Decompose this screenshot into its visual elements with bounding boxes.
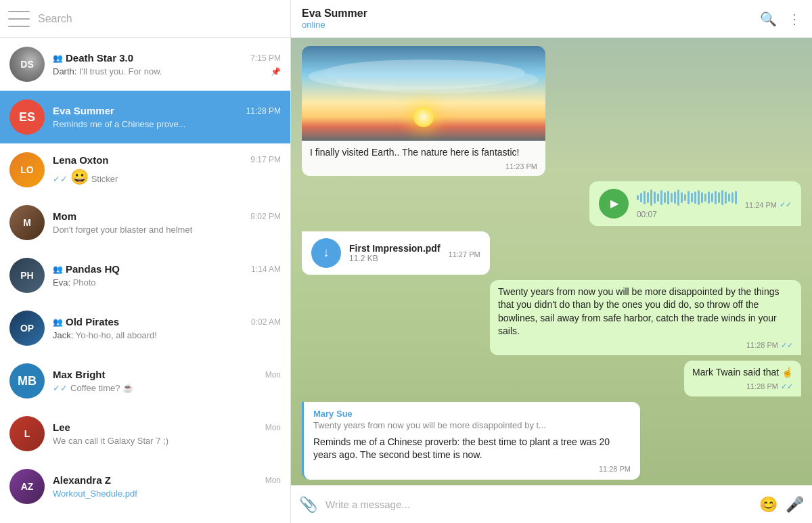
chat-preview-row: Jack: Yo-ho-ho, all aboard! xyxy=(53,330,281,340)
chat-name-wrapper: Alexandra Z xyxy=(53,474,260,486)
chat-preview-row: Don't forget your blaster and helmet xyxy=(53,225,281,235)
left-panel: DS 👥 Death Star 3.0 7:15 PM Darth: I'll … xyxy=(0,0,291,523)
chat-preview-row: ✓✓Coffee time? ☕ xyxy=(53,383,281,393)
wave-bar xyxy=(674,191,676,204)
chat-preview: We can call it Galaxy Star 7 ;) xyxy=(53,436,168,446)
chat-name-wrapper: Lee xyxy=(53,422,260,433)
message-text: Twenty years from now you will be more d… xyxy=(498,286,793,338)
chat-list-item[interactable]: MB Max Bright Mon ✓✓Coffee time? ☕ xyxy=(0,355,290,407)
file-size: 11.2 KB xyxy=(349,254,441,263)
more-options-icon[interactable]: ⋮ xyxy=(788,11,801,27)
chat-list-item[interactable]: LO Lena Oxton 9:17 PM ✓✓😀 Sticker xyxy=(0,143,290,196)
chat-name: Pandas HQ xyxy=(66,263,120,275)
wave-bar xyxy=(677,189,679,206)
wave-bar xyxy=(725,191,727,204)
emoji-icon[interactable]: 😊 xyxy=(759,496,777,514)
quote-text: Twenty years from now you will be more d… xyxy=(313,420,631,430)
chat-preview: Darth: I'll trust you. For now. xyxy=(53,66,162,76)
wave-bar xyxy=(684,194,686,201)
message-text: Reminds me of a Chinese proverb: the bes… xyxy=(313,436,631,462)
chat-header-name: Eva Summer xyxy=(302,7,760,20)
chat-list-item[interactable]: L Lee Mon We can call it Galaxy Star 7 ;… xyxy=(0,407,290,460)
chat-list-item[interactable]: M Mom 8:02 PM Don't forget your blaster … xyxy=(0,196,290,249)
chat-time: 1:14 AM xyxy=(251,265,281,274)
microphone-icon[interactable]: 🎤 xyxy=(786,496,804,514)
chat-list-item[interactable]: DS 👥 Death Star 3.0 7:15 PM Darth: I'll … xyxy=(0,38,290,91)
download-button[interactable]: ↓ xyxy=(311,238,341,268)
double-check-icon: ✓✓ xyxy=(53,174,68,184)
pin-icon: 📌 xyxy=(271,67,281,76)
play-button[interactable] xyxy=(599,189,629,219)
check-icon: ✓✓ xyxy=(781,382,793,391)
wave-bar xyxy=(660,190,662,205)
audio-duration: 00:07 xyxy=(637,210,737,219)
chat-list-item[interactable]: PH 👥 Pandas HQ 1:14 AM Eva: Photo xyxy=(0,249,290,302)
preview-sender: Eva: xyxy=(53,277,73,288)
wave-bar xyxy=(667,191,669,204)
wave-bar xyxy=(704,194,706,202)
wave-bar xyxy=(650,189,652,206)
wave-bar xyxy=(694,191,696,204)
image-thumbnail xyxy=(302,46,545,141)
wave-bar xyxy=(664,192,666,203)
quote-author: Mary Sue xyxy=(313,409,631,419)
image-message: I finally visited Earth.. The nature her… xyxy=(302,46,545,176)
header-actions: 🔍 ⋮ xyxy=(760,11,801,27)
chat-header: Eva Summer online 🔍 ⋮ xyxy=(291,0,812,38)
chat-info: 👥 Death Star 3.0 7:15 PM Darth: I'll tru… xyxy=(53,52,281,76)
wave-bar xyxy=(671,193,673,202)
wave-bar xyxy=(647,192,649,203)
chat-name-row: 👥 Death Star 3.0 7:15 PM xyxy=(53,52,281,64)
chat-name-row: Max Bright Mon xyxy=(53,369,281,380)
chat-list: DS 👥 Death Star 3.0 7:15 PM Darth: I'll … xyxy=(0,38,290,523)
preview-text: We can call it Galaxy Star 7 ;) xyxy=(53,436,168,446)
chat-time: 8:02 PM xyxy=(250,212,281,221)
chat-name: Max Bright xyxy=(53,369,106,380)
chat-name-row: Mom 8:02 PM xyxy=(53,210,281,222)
chat-name: Alexandra Z xyxy=(53,474,111,486)
chat-preview: Jack: Yo-ho-ho, all aboard! xyxy=(53,330,157,340)
search-input[interactable] xyxy=(38,13,282,25)
chat-list-item[interactable]: AZ Alexandra Z Mon Workout_Shedule.pdf xyxy=(0,460,290,513)
chat-preview: ✓✓😀 Sticker xyxy=(53,168,118,186)
chat-preview: Eva: Photo xyxy=(53,277,96,288)
message-row: Twenty years from now you will be more d… xyxy=(302,280,801,355)
msg-meta: 11:28 PM ✓✓ xyxy=(498,341,793,350)
chat-time: Mon xyxy=(265,476,281,485)
chat-time: 9:17 PM xyxy=(250,155,281,164)
msg-meta: 11:28 PM xyxy=(313,465,631,473)
attach-icon[interactable]: 📎 xyxy=(299,496,317,514)
avatar: ES xyxy=(9,99,45,135)
chat-time: Mon xyxy=(265,423,281,432)
wave-bar xyxy=(657,194,659,202)
wave-bars xyxy=(637,188,737,207)
message-row: I finally visited Earth.. The nature her… xyxy=(302,46,801,176)
message-input[interactable] xyxy=(325,499,751,510)
chat-name-wrapper: Eva Summer xyxy=(53,105,241,116)
chat-info: 👥 Old Pirates 0:02 AM Jack: Yo-ho-ho, al… xyxy=(53,316,281,340)
chat-name-row: 👥 Pandas HQ 1:14 AM xyxy=(53,263,281,275)
chat-list-item[interactable]: ES Eva Summer 11:28 PM Reminds me of a C… xyxy=(0,91,290,143)
wave-bar xyxy=(715,191,717,204)
preview-text: Coffee time? ☕ xyxy=(70,383,133,393)
chat-name-wrapper: Max Bright xyxy=(53,369,260,380)
msg-time: 11:27 PM xyxy=(449,250,480,258)
chat-list-item[interactable]: OP 👥 Old Pirates 0:02 AM Jack: Yo-ho-ho,… xyxy=(0,302,290,355)
chat-preview-row: Darth: I'll trust you. For now. 📌 xyxy=(53,66,281,76)
search-icon[interactable]: 🔍 xyxy=(760,11,777,27)
chat-name-wrapper: 👥 Old Pirates xyxy=(53,316,246,327)
audio-waveform: 00:07 xyxy=(637,188,737,219)
preview-sender: Darth: xyxy=(53,66,79,76)
message-text: Mark Twain said that ☝ xyxy=(692,366,793,380)
chat-header-info: Eva Summer online xyxy=(302,7,760,30)
avatar: M xyxy=(9,205,45,240)
check-icon: ✓✓ xyxy=(780,200,792,209)
msg-time: 11:28 PM xyxy=(746,382,778,390)
wave-bar xyxy=(718,192,720,203)
menu-icon[interactable] xyxy=(8,11,30,27)
chat-name-wrapper: Lena Oxton xyxy=(53,154,245,166)
chat-name-row: Lena Oxton 9:17 PM xyxy=(53,154,281,166)
wave-bar xyxy=(691,193,693,202)
wave-bar xyxy=(654,191,656,204)
chat-name-wrapper: Mom xyxy=(53,210,245,222)
